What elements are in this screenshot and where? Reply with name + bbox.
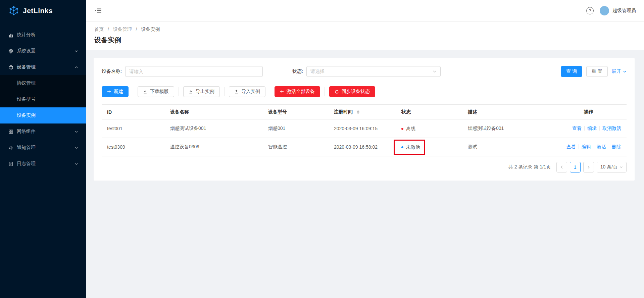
chevron-down-icon bbox=[75, 130, 78, 134]
table-row: test0309 温控设备0309 智能温控 2020-03-09 16:58:… bbox=[102, 138, 627, 156]
sync-icon bbox=[335, 90, 339, 94]
device-icon bbox=[8, 65, 13, 70]
sidebar-item-label: 通知管理 bbox=[17, 145, 75, 151]
brand-name: JetLinks bbox=[23, 7, 53, 15]
view-link[interactable]: 查看 bbox=[572, 126, 582, 131]
cell-actions: 查看编辑激活删除 bbox=[551, 138, 627, 156]
sort-carets-icon[interactable] bbox=[357, 110, 359, 114]
chevron-up-icon bbox=[75, 65, 78, 69]
sidebar-item-label: 统计分析 bbox=[17, 32, 78, 38]
activate-link[interactable]: 激活 bbox=[597, 144, 606, 149]
brand-logo[interactable]: JetLinks bbox=[0, 0, 86, 21]
status-label: 状态: bbox=[292, 68, 303, 74]
breadcrumb-separator: / bbox=[108, 27, 109, 32]
status-select[interactable]: 请选择 bbox=[306, 66, 441, 77]
cell-model: 烟感001 bbox=[263, 119, 329, 138]
bar-chart-icon bbox=[8, 33, 13, 38]
sidebar-item-notification-management[interactable]: 通知管理 bbox=[0, 140, 86, 156]
menu-fold-icon[interactable] bbox=[95, 8, 102, 13]
plus-icon bbox=[107, 90, 111, 94]
breadcrumb-device-management[interactable]: 设备管理 bbox=[113, 27, 132, 32]
user-name: 超级管理员 bbox=[612, 8, 636, 14]
chevron-down-icon bbox=[433, 69, 437, 73]
import-instance-button[interactable]: 导入实例 bbox=[229, 86, 265, 97]
main-area: ? 超级管理员 首页 / 设备管理 / 设备实例 设备实例 bbox=[86, 0, 644, 298]
status-badge: 未激活 bbox=[401, 144, 420, 150]
column-header-description: 描述 bbox=[462, 105, 551, 119]
table-row: test001 烟感测试设备001 烟感001 2020-03-09 16:09… bbox=[102, 119, 627, 138]
view-link[interactable]: 查看 bbox=[566, 144, 576, 149]
device-name-input[interactable] bbox=[125, 66, 263, 77]
column-header-actions: 操作 bbox=[551, 105, 627, 119]
toolbar-divider bbox=[270, 87, 270, 96]
sidebar-item-log-management[interactable]: 日志管理 bbox=[0, 156, 86, 172]
sidebar-item-network-components[interactable]: 网络组件 bbox=[0, 123, 86, 140]
column-header-id: ID bbox=[102, 105, 165, 119]
page-number-button[interactable]: 1 bbox=[570, 162, 581, 172]
table-header-row: ID 设备名称 设备型号 注册时间 状态 描述 操作 bbox=[102, 105, 627, 119]
page-title: 设备实例 bbox=[94, 36, 636, 45]
sidebar-item-system-settings[interactable]: 系统设置 bbox=[0, 43, 86, 59]
activate-all-button[interactable]: 激活全部设备 bbox=[275, 86, 320, 97]
status-select-placeholder: 请选择 bbox=[310, 68, 325, 74]
device-table: ID 设备名称 设备型号 注册时间 状态 描述 操作 bbox=[102, 104, 627, 156]
sidebar-item-protocol-management[interactable]: 协议管理 bbox=[0, 75, 86, 91]
sidebar-item-device-model[interactable]: 设备型号 bbox=[0, 91, 86, 107]
offline-dot-icon bbox=[401, 128, 403, 130]
grid-icon bbox=[8, 129, 13, 134]
toolbar-divider bbox=[133, 87, 133, 96]
delete-link[interactable]: 删除 bbox=[612, 144, 621, 149]
chevron-down-icon bbox=[75, 146, 78, 150]
chevron-down-icon bbox=[623, 70, 627, 73]
status-filter: 状态: 请选择 bbox=[292, 66, 441, 77]
cell-time: 2020-03-09 16:09:15 bbox=[329, 119, 396, 138]
log-icon bbox=[8, 161, 13, 166]
avatar bbox=[600, 6, 609, 15]
breadcrumb-home[interactable]: 首页 bbox=[94, 27, 104, 32]
sidebar-item-statistics[interactable]: 统计分析 bbox=[0, 27, 86, 43]
next-page-button[interactable] bbox=[583, 162, 594, 172]
edit-link[interactable]: 编辑 bbox=[582, 144, 591, 149]
page-header: 首页 / 设备管理 / 设备实例 设备实例 bbox=[86, 21, 644, 50]
deactivate-link[interactable]: 取消激活 bbox=[602, 126, 621, 131]
sidebar-item-label: 日志管理 bbox=[17, 161, 75, 167]
edit-link[interactable]: 编辑 bbox=[587, 126, 597, 131]
download-template-button[interactable]: 下载模版 bbox=[138, 86, 174, 97]
reset-button[interactable]: 重 置 bbox=[586, 66, 608, 77]
sidebar-item-device-instance[interactable]: 设备实例 bbox=[0, 107, 86, 123]
user-menu[interactable]: 超级管理员 bbox=[600, 6, 636, 15]
sidebar-item-label: 系统设置 bbox=[17, 48, 75, 54]
header-right: ? 超级管理员 bbox=[586, 6, 636, 15]
column-header-status: 状态 bbox=[396, 105, 462, 119]
expand-label: 展开 bbox=[612, 68, 621, 74]
sidebar-menu: 统计分析 系统设置 bbox=[0, 21, 86, 172]
cell-time: 2020-03-09 16:58:02 bbox=[329, 138, 396, 156]
cell-name: 烟感测试设备001 bbox=[165, 119, 263, 138]
cell-name: 温控设备0309 bbox=[165, 138, 263, 156]
sidebar-item-label: 网络组件 bbox=[17, 129, 75, 135]
device-management-submenu: 协议管理 设备型号 设备实例 bbox=[0, 75, 86, 123]
page-size-select[interactable]: 10 条/页 bbox=[597, 162, 627, 172]
pagination: 共 2 条记录 第 1/1页 1 10 条/页 bbox=[102, 162, 627, 172]
filter-row: 设备名称: 状态: 请选择 查 询 重 bbox=[102, 66, 627, 77]
toolbar-divider bbox=[325, 87, 325, 96]
sidebar-item-label: 协议管理 bbox=[17, 80, 36, 86]
column-header-model: 设备型号 bbox=[263, 105, 329, 119]
device-name-label: 设备名称: bbox=[102, 68, 122, 74]
help-icon[interactable]: ? bbox=[586, 7, 594, 14]
sidebar-item-label: 设备管理 bbox=[17, 64, 75, 70]
column-header-name: 设备名称 bbox=[165, 105, 263, 119]
not-activated-dot-icon bbox=[401, 146, 403, 148]
sync-status-button[interactable]: 同步设备状态 bbox=[329, 86, 375, 97]
gear-icon bbox=[8, 49, 13, 54]
export-instance-button[interactable]: 导出实例 bbox=[183, 86, 220, 97]
download-icon bbox=[143, 90, 147, 94]
search-button[interactable]: 查 询 bbox=[561, 66, 582, 77]
breadcrumb-current: 设备实例 bbox=[141, 27, 160, 32]
speaker-icon bbox=[8, 145, 13, 150]
new-button[interactable]: 新建 bbox=[102, 86, 129, 97]
sidebar-item-device-management[interactable]: 设备管理 bbox=[0, 59, 86, 75]
device-instance-card: 设备名称: 状态: 请选择 查 询 重 bbox=[94, 58, 635, 181]
prev-page-button[interactable] bbox=[556, 162, 567, 172]
expand-link[interactable]: 展开 bbox=[612, 68, 627, 74]
